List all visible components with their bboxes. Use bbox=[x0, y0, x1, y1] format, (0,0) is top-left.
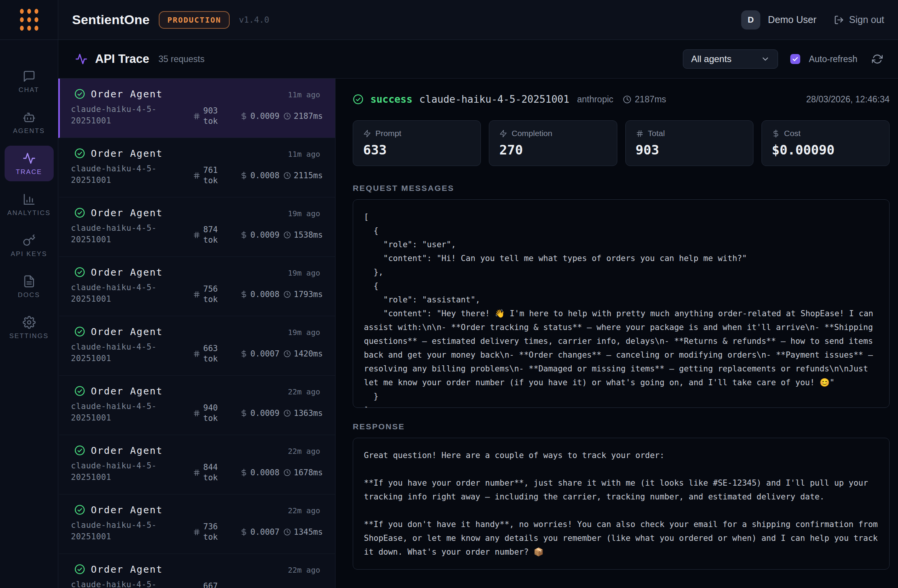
dollar-icon bbox=[240, 528, 248, 536]
response-text[interactable]: Great question! Here are a couple of way… bbox=[353, 438, 890, 570]
cost-readout: 0.0009 bbox=[240, 409, 280, 418]
cost-readout: 0.0007 bbox=[240, 527, 280, 537]
success-check-icon bbox=[74, 148, 85, 159]
dollar-icon bbox=[240, 112, 248, 120]
token-count: 903 tok bbox=[193, 106, 228, 126]
relative-time: 22m ago bbox=[288, 387, 320, 396]
trace-list-item[interactable]: Order Agent11m agoclaude-haiku-4-5-20251… bbox=[58, 138, 335, 197]
sidebar-item-chat[interactable]: CHAT bbox=[5, 64, 54, 99]
robot-icon bbox=[23, 111, 36, 124]
agent-filter-value: All agents bbox=[691, 54, 761, 64]
agent-name: Order Agent bbox=[91, 207, 163, 218]
latency-readout: 1678ms bbox=[283, 468, 323, 477]
sidebar-item-label: TRACE bbox=[16, 168, 42, 176]
cost-readout: 0.0007 bbox=[240, 349, 280, 358]
stat-card-prompt: Prompt 633 bbox=[353, 120, 481, 166]
agent-filter-select[interactable]: All agents bbox=[683, 49, 778, 69]
stat-value: 270 bbox=[499, 142, 607, 158]
request-messages-json[interactable]: [ { "role": "user", "content": "Hi! Can … bbox=[353, 199, 890, 408]
response-title: RESPONSE bbox=[353, 422, 890, 431]
success-check-icon bbox=[74, 445, 85, 456]
detail-header: success claude-haiku-4-5-20251001 anthro… bbox=[353, 92, 890, 106]
trace-list-item[interactable]: Order Agent22m agoclaude-haiku-4-5-20251… bbox=[58, 376, 335, 435]
refresh-button[interactable] bbox=[872, 54, 883, 64]
cost-readout: 0.0008 bbox=[240, 468, 280, 477]
app-root: SentientOne PRODUCTION v1.4.0 D Demo Use… bbox=[0, 0, 898, 588]
detail-model: claude-haiku-4-5-20251001 bbox=[419, 94, 569, 105]
environment-badge: PRODUCTION bbox=[159, 11, 229, 29]
stat-value: $0.00090 bbox=[772, 142, 879, 158]
hash-icon bbox=[193, 528, 201, 536]
relative-time: 11m ago bbox=[288, 149, 320, 159]
sidebar-item-api-keys[interactable]: API KEYS bbox=[5, 228, 54, 263]
stat-label: Cost bbox=[784, 129, 801, 138]
success-check-icon bbox=[74, 564, 85, 575]
check-icon bbox=[792, 56, 799, 62]
key-icon bbox=[23, 234, 36, 247]
refresh-icon bbox=[872, 54, 883, 64]
latency-readout: 1363ms bbox=[283, 409, 323, 418]
dollar-icon bbox=[240, 350, 248, 358]
trace-list-item[interactable]: Order Agent22m agoclaude-haiku-4-5-20251… bbox=[58, 554, 335, 588]
clock-icon bbox=[283, 291, 291, 298]
success-check-icon bbox=[74, 504, 85, 515]
document-icon bbox=[23, 275, 36, 288]
clock-icon bbox=[623, 95, 632, 104]
latency-readout: 2187ms bbox=[623, 94, 666, 105]
trace-detail-panel: success claude-haiku-4-5-20251001 anthro… bbox=[336, 79, 898, 588]
dollar-icon bbox=[240, 291, 248, 298]
trace-list-item[interactable]: Order Agent22m agoclaude-haiku-4-5-20251… bbox=[58, 494, 335, 554]
cost-readout: 0.0009 bbox=[240, 230, 280, 240]
hash-icon bbox=[193, 409, 201, 417]
agent-name: Order Agent bbox=[91, 504, 163, 516]
hash-icon bbox=[636, 130, 644, 138]
sidebar-item-analytics[interactable]: ANALYTICS bbox=[5, 187, 54, 222]
logo-area[interactable] bbox=[0, 0, 58, 39]
gear-icon bbox=[23, 316, 36, 329]
model-name: claude-haiku-4-5-20251001 bbox=[71, 282, 160, 305]
trace-list-item[interactable]: Order Agent19m agoclaude-haiku-4-5-20251… bbox=[58, 316, 335, 376]
trace-list-item[interactable]: Order Agent19m agoclaude-haiku-4-5-20251… bbox=[58, 197, 335, 257]
relative-time: 22m ago bbox=[288, 447, 320, 456]
clock-icon bbox=[283, 469, 291, 476]
success-check-icon bbox=[74, 326, 85, 337]
trace-list-item[interactable]: Order Agent22m agoclaude-haiku-4-5-20251… bbox=[58, 435, 335, 494]
cost-readout: 0.0008 bbox=[240, 290, 280, 299]
bar-chart-icon bbox=[23, 193, 36, 206]
hash-icon bbox=[193, 231, 201, 239]
agent-name: Order Agent bbox=[91, 564, 163, 575]
sidebar-item-agents[interactable]: AGENTS bbox=[5, 105, 54, 140]
sidebar-nav: CHAT AGENTS TRACE ANALYTICS API KEYS DOC… bbox=[0, 40, 58, 588]
stat-label: Total bbox=[648, 129, 665, 138]
trace-list-item[interactable]: Order Agent19m agoclaude-haiku-4-5-20251… bbox=[58, 257, 335, 316]
trace-list-item[interactable]: Order Agent11m agoclaude-haiku-4-5-20251… bbox=[58, 79, 335, 138]
sign-out-label: Sign out bbox=[849, 14, 884, 25]
sidebar-item-label: CHAT bbox=[19, 86, 39, 94]
relative-time: 22m ago bbox=[288, 565, 320, 575]
latency-readout: 1793ms bbox=[283, 290, 323, 299]
clock-icon bbox=[283, 528, 291, 536]
stat-value: 903 bbox=[636, 142, 743, 158]
trace-list[interactable]: Order Agent11m agoclaude-haiku-4-5-20251… bbox=[58, 79, 336, 588]
token-count: 844 tok bbox=[193, 462, 228, 483]
hash-icon bbox=[193, 350, 201, 358]
relative-time: 11m ago bbox=[288, 90, 320, 99]
avatar[interactable]: D bbox=[741, 10, 760, 30]
request-count: 35 requests bbox=[158, 54, 204, 64]
clock-icon bbox=[283, 112, 291, 120]
sidebar-item-docs[interactable]: DOCS bbox=[5, 269, 54, 304]
model-name: claude-haiku-4-5-20251001 bbox=[71, 341, 160, 364]
sign-out-button[interactable]: Sign out bbox=[834, 14, 884, 25]
auto-refresh-checkbox[interactable] bbox=[790, 54, 800, 64]
stat-label: Prompt bbox=[375, 129, 401, 138]
sidebar-item-trace[interactable]: TRACE bbox=[5, 146, 54, 181]
hash-icon bbox=[193, 172, 201, 179]
bolt-icon bbox=[499, 130, 507, 138]
user-name: Demo User bbox=[768, 14, 816, 25]
token-count: 667 tok bbox=[193, 581, 228, 588]
cost-readout: 0.0008 bbox=[240, 171, 280, 180]
model-name: claude-haiku-4-5-20251001 bbox=[71, 163, 160, 186]
sidebar-item-settings[interactable]: SETTINGS bbox=[5, 310, 54, 345]
agent-name: Order Agent bbox=[91, 267, 163, 278]
status-badge: success bbox=[370, 94, 413, 105]
